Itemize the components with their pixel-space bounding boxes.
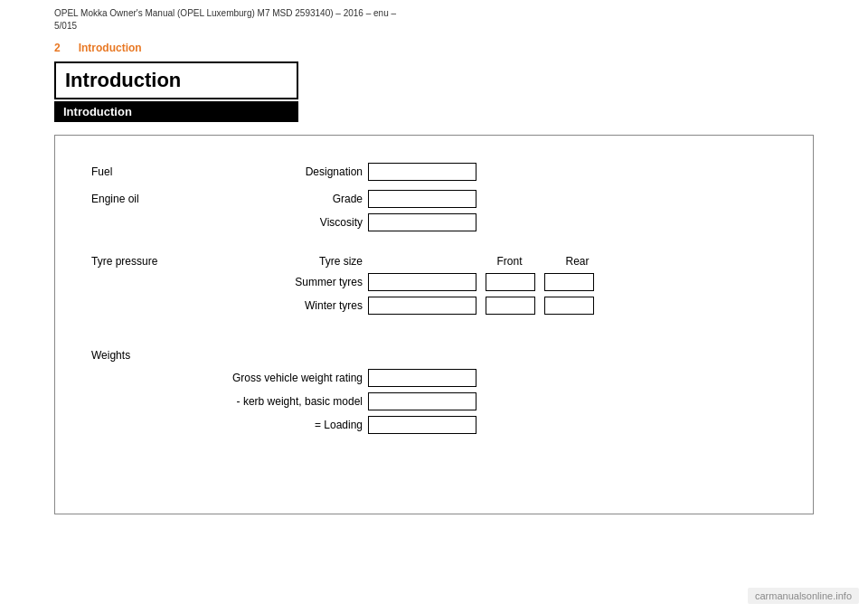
watermark-text: carmanualsonline.info (755, 590, 852, 601)
subtitle-bar: Introduction (54, 101, 298, 122)
chapter-heading: 2 Introduction (0, 36, 868, 58)
designation-input[interactable] (368, 163, 476, 181)
winter-front-input[interactable] (486, 297, 535, 315)
header: OPEL Mokka Owner's Manual (OPEL Luxembur… (0, 0, 868, 36)
summer-front-input[interactable] (486, 273, 535, 291)
fuel-row: Fuel Designation (91, 163, 777, 181)
kerb-weight-input[interactable] (368, 392, 476, 410)
engine-oil-row: Engine oil Grade Viscosity (91, 190, 777, 231)
weights-section: Weights Gross vehicle weight rating - ke… (91, 349, 777, 434)
title-text: Introduction (65, 69, 181, 91)
chapter-title: Introduction (79, 42, 142, 54)
winter-tyres-row: Winter tyres (91, 297, 777, 315)
grade-input[interactable] (368, 190, 476, 208)
grade-row: Grade (236, 190, 777, 208)
loading-input[interactable] (368, 416, 476, 434)
engine-oil-label: Engine oil (91, 190, 236, 205)
summer-tyres-row: Summer tyres (91, 273, 777, 291)
engine-oil-content: Grade Viscosity (236, 190, 777, 231)
loading-label: = Loading (91, 419, 363, 431)
tyre-pressure-section: Tyre pressure Tyre size Front Rear Summe… (91, 255, 777, 315)
rear-header: Rear (548, 255, 607, 268)
designation-label: Designation (236, 165, 363, 178)
gross-weight-row: Gross vehicle weight rating (91, 369, 777, 387)
front-header: Front (480, 255, 539, 268)
content-box: Fuel Designation Engine oil Grade Viscos… (54, 135, 814, 514)
winter-tyres-label: Winter tyres (236, 299, 363, 312)
weights-label: Weights (91, 349, 777, 362)
kerb-weight-row: - kerb weight, basic model (91, 392, 777, 410)
summer-tyres-label: Summer tyres (236, 276, 363, 288)
title-bar: Introduction (54, 61, 298, 99)
gross-weight-label: Gross vehicle weight rating (91, 372, 363, 384)
tyre-size-header: Tyre size (236, 255, 363, 268)
viscosity-input[interactable] (368, 213, 476, 231)
designation-row: Designation (236, 163, 777, 181)
winter-rear-input[interactable] (544, 297, 594, 315)
viscosity-label: Viscosity (236, 216, 363, 229)
header-line2: 5/015 (54, 20, 814, 33)
kerb-weight-label: - kerb weight, basic model (91, 395, 363, 408)
subtitle-text: Introduction (63, 105, 132, 118)
gross-weight-input[interactable] (368, 369, 476, 387)
chapter-number: 2 (54, 42, 61, 54)
tyre-header-row: Tyre pressure Tyre size Front Rear (91, 255, 777, 268)
weights-fields: Gross vehicle weight rating - kerb weigh… (91, 369, 777, 434)
tyre-pressure-label: Tyre pressure (91, 255, 236, 268)
winter-tyre-size-input[interactable] (368, 297, 476, 315)
fuel-label: Fuel (91, 163, 236, 178)
viscosity-row: Viscosity (236, 213, 777, 231)
loading-row: = Loading (91, 416, 777, 434)
header-line1: OPEL Mokka Owner's Manual (OPEL Luxembur… (54, 7, 814, 20)
watermark: carmanualsonline.info (748, 588, 859, 604)
summer-tyre-size-input[interactable] (368, 273, 476, 291)
fuel-content: Designation (236, 163, 777, 181)
grade-label: Grade (236, 193, 363, 205)
summer-rear-input[interactable] (544, 273, 594, 291)
